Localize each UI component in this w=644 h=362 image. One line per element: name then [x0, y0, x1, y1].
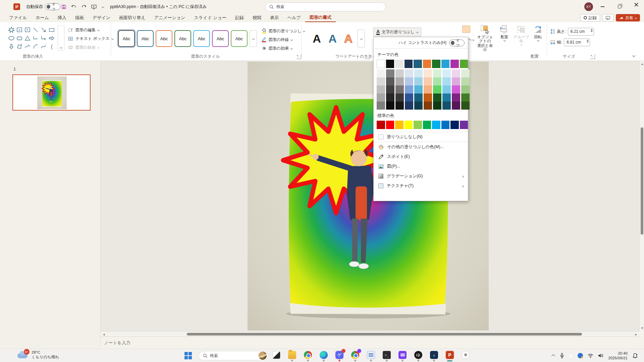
taskbar-app-notepad-icon[interactable]: [366, 350, 376, 360]
clock[interactable]: 20:40 2025/09/21: [608, 351, 628, 360]
tab-図形の書式[interactable]: 図形の書式: [305, 13, 336, 22]
theme-variant-c4-r5[interactable]: [405, 102, 413, 110]
theme-variant-c3-r5[interactable]: [395, 102, 404, 110]
theme-variant-c6-r5[interactable]: [424, 102, 432, 110]
standard-color-7[interactable]: [432, 121, 440, 129]
x-tray-icon[interactable]: [569, 354, 573, 358]
height-input[interactable]: 6.21 cm: [568, 28, 594, 36]
theme-color-6[interactable]: [423, 60, 431, 68]
theme-variant-c9-r4[interactable]: [452, 94, 460, 102]
shape-elbow-connector-icon[interactable]: [32, 34, 40, 42]
theme-variant-c8-r2[interactable]: [442, 77, 451, 85]
record-button[interactable]: 記録: [580, 14, 600, 21]
volume-icon[interactable]: [598, 353, 603, 358]
horizontal-scrollbar[interactable]: ◄ ►: [101, 331, 639, 337]
theme-variant-c2-r4[interactable]: [386, 94, 394, 102]
standard-color-10[interactable]: [460, 121, 468, 129]
theme-color-4[interactable]: [405, 60, 413, 68]
scroll-up-icon[interactable]: ▲: [641, 62, 644, 66]
theme-variant-c5-r5[interactable]: [414, 102, 423, 110]
taskbar-app-chatgpt-icon[interactable]: ✳: [461, 350, 470, 360]
theme-variant-c1-r3[interactable]: [377, 85, 385, 94]
autosave-toggle[interactable]: オフ: [45, 3, 60, 10]
undo-icon[interactable]: [70, 3, 78, 10]
wordart-style-1[interactable]: A: [309, 29, 324, 48]
arrange-button[interactable]: 配置: [496, 25, 513, 41]
theme-variant-c10-r3[interactable]: [461, 85, 470, 94]
theme-variant-c2-r1[interactable]: [386, 69, 394, 77]
theme-variant-c7-r1[interactable]: [433, 69, 441, 77]
theme-variant-c1-r5[interactable]: [377, 102, 385, 110]
tab-表示[interactable]: 表示: [266, 13, 283, 22]
theme-color-2[interactable]: [386, 60, 394, 68]
width-input[interactable]: 6.81 cm: [564, 39, 590, 46]
theme-variant-c1-r1[interactable]: [377, 69, 385, 77]
redo-icon[interactable]: [80, 3, 88, 10]
taskbar-app-chrome-icon[interactable]: [303, 350, 313, 360]
taskbar-app-edge-icon[interactable]: [319, 350, 328, 360]
theme-variant-c10-r5[interactable]: [461, 102, 470, 110]
theme-variant-c9-r2[interactable]: [452, 77, 460, 85]
height-stepper[interactable]: [591, 29, 593, 32]
tab-アニメーション[interactable]: アニメーション: [150, 13, 190, 22]
shape-style-tile-1[interactable]: Abc: [118, 30, 135, 47]
theme-variant-c9-r3[interactable]: [452, 85, 460, 94]
tab-描画[interactable]: 描画: [71, 13, 88, 22]
wordart-group-launcher[interactable]: ↘: [365, 54, 369, 59]
qat-more-icon[interactable]: [99, 3, 107, 10]
no-fill-item[interactable]: 塗りつぶしなし(N): [374, 132, 468, 142]
shape-curve-icon[interactable]: [40, 42, 48, 51]
tab-校閲[interactable]: 校閲: [248, 13, 266, 22]
autosave-control[interactable]: 自動保存 オフ: [26, 0, 60, 13]
taskbar-app-chrome-icon[interactable]: [351, 350, 360, 360]
shape-rectangle-icon[interactable]: [48, 25, 56, 34]
taskbar-app-ppt-icon[interactable]: P: [445, 350, 454, 360]
standard-color-4[interactable]: [405, 121, 413, 129]
theme-variant-c4-r3[interactable]: [405, 85, 413, 94]
shape-rounded-rectangle-icon[interactable]: [15, 34, 23, 42]
taskbar-app-discord-icon[interactable]: ゲ: [335, 350, 344, 360]
theme-variant-c7-r5[interactable]: [433, 102, 441, 110]
gradient-item[interactable]: グラデーション(G)›: [374, 171, 468, 181]
scroll-right-icon[interactable]: ►: [635, 333, 638, 336]
text-box-button[interactable]: A テキスト ボックス: [68, 35, 113, 42]
save-icon[interactable]: [60, 3, 68, 10]
shape-styles-more-button[interactable]: [250, 30, 257, 47]
theme-variant-c1-r2[interactable]: [377, 77, 385, 85]
tab-ホーム[interactable]: ホーム: [31, 13, 53, 22]
theme-color-8[interactable]: [441, 60, 450, 68]
theme-variant-c10-r2[interactable]: [461, 77, 470, 85]
tab-ヘルプ[interactable]: ヘルプ: [283, 13, 305, 22]
eyedropper-item[interactable]: スポイト(E): [374, 152, 468, 162]
shape-style-tile-3[interactable]: Abc: [156, 30, 172, 47]
shape-oval-icon[interactable]: [7, 34, 15, 42]
theme-variant-c6-r3[interactable]: [424, 85, 432, 94]
standard-color-1[interactable]: [377, 121, 385, 129]
theme-variant-c9-r5[interactable]: [452, 102, 460, 110]
notes-bar[interactable]: ノートを入力: [101, 337, 639, 349]
tab-記録[interactable]: 記録: [231, 13, 248, 22]
slideshow-icon[interactable]: [90, 3, 98, 10]
vertical-scroll-thumb[interactable]: [641, 127, 643, 235]
vertical-scrollbar[interactable]: ▲ ▼: [639, 61, 644, 331]
standard-color-3[interactable]: [395, 121, 404, 129]
shape-arc-icon[interactable]: [32, 42, 40, 51]
shape-arrow-icon[interactable]: [40, 25, 48, 34]
maximize-button[interactable]: [612, 0, 627, 13]
theme-variant-c2-r2[interactable]: [386, 77, 394, 85]
theme-color-5[interactable]: [414, 60, 422, 68]
theme-variant-c6-r1[interactable]: [424, 69, 432, 77]
slide-thumbnail[interactable]: [12, 74, 91, 111]
theme-variant-c5-r2[interactable]: [414, 77, 423, 85]
taskbar-app-photos-icon[interactable]: [272, 350, 281, 360]
style-group-launcher[interactable]: ↘: [297, 54, 301, 59]
merge-shapes-button[interactable]: 図形の結合: [68, 44, 99, 51]
app-tray-icon[interactable]: [578, 353, 583, 358]
slide-canvas[interactable]: [101, 61, 639, 331]
high-contrast-toggle[interactable]: オフ: [449, 40, 465, 46]
theme-variant-c2-r5[interactable]: [386, 102, 394, 110]
start-button[interactable]: [184, 352, 192, 359]
shape-style-tile-4[interactable]: Abc: [174, 30, 191, 47]
shape-outline-button[interactable]: 図形の枠線: [261, 36, 292, 44]
theme-variant-c9-r1[interactable]: [452, 69, 460, 77]
